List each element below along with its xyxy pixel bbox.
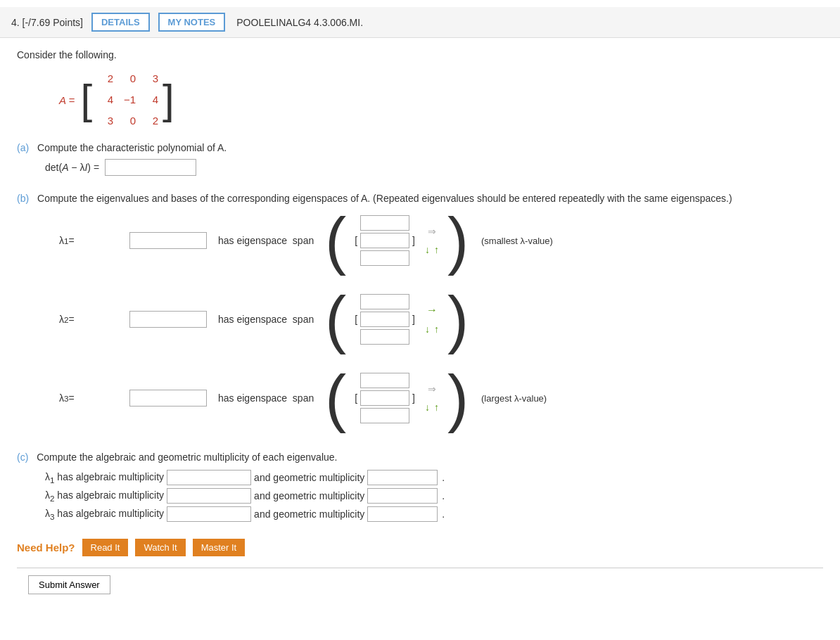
part-a-label: (a) Compute the characteristic polynomia… <box>17 142 227 153</box>
left-paren-1: ( <box>325 219 346 263</box>
vector-matrix-1: [ ] <box>355 215 415 266</box>
right-sq-2: ] <box>412 314 415 325</box>
m11: −1 <box>116 90 139 110</box>
arrow-green-2: → <box>426 304 438 316</box>
arrow-gray-1: ⇒ <box>428 226 436 237</box>
vector-matrix-2: [ ] <box>355 294 415 345</box>
up-arrow-1-icon[interactable]: ↑ <box>434 244 439 255</box>
lambda3-label: λ3 = <box>59 392 122 404</box>
largest-note: (largest λ-value) <box>481 393 547 404</box>
lambda1-alg-mult-input[interactable] <box>167 470 251 485</box>
left-bracket-icon: [ <box>80 79 92 121</box>
part-a-section: (a) Compute the characteristic polynomia… <box>17 142 823 176</box>
vector-inputs-3 <box>360 373 409 423</box>
part-b-header: (b) Compute the eigenvalues and bases of… <box>17 193 823 204</box>
v2-r2-input[interactable] <box>360 312 409 327</box>
lambda3-geom-mult-input[interactable] <box>367 506 438 522</box>
vector-matrix-3: [ ] <box>355 373 415 423</box>
part-b-section: (b) Compute the eigenvalues and bases of… <box>17 193 823 423</box>
right-sq-1: ] <box>412 235 415 246</box>
v2-r3-input[interactable] <box>360 329 409 345</box>
v2-r1-input[interactable] <box>360 294 409 309</box>
m22: 2 <box>139 111 161 131</box>
arrow-col-1: ⇒ ↓ ↑ <box>425 226 439 255</box>
need-help-section: Need Help? Read It Watch It Master It <box>17 539 823 556</box>
m12: 4 <box>139 90 161 110</box>
up-arrow-2-icon[interactable]: ↑ <box>434 324 439 335</box>
mynotes-button[interactable]: MY NOTES <box>158 13 226 32</box>
right-bracket-icon: ] <box>163 79 174 121</box>
period-3: . <box>442 508 445 520</box>
watch-it-button[interactable]: Watch It <box>135 539 185 556</box>
left-sq-2: [ <box>355 314 357 325</box>
lambda3-mult-label: λ3 has algebraic multiplicity <box>45 508 164 521</box>
lambda3-alg-mult-input[interactable] <box>167 506 251 522</box>
has-eigenspace-2: has eigenspace span <box>218 314 314 325</box>
arrow-col-3: ⇒ ↓ ↑ <box>425 383 439 413</box>
master-it-button[interactable]: Master It <box>193 539 246 556</box>
v3-r2-input[interactable] <box>360 390 409 406</box>
period-1: . <box>442 472 445 483</box>
read-it-button[interactable]: Read It <box>82 539 129 556</box>
lambda2-label: λ2 = <box>59 314 122 325</box>
v3-r1-input[interactable] <box>360 373 409 388</box>
content-area: Consider the following. A = [ 2 0 3 4 −1… <box>0 38 840 613</box>
and-geom-2: and geometric multiplicity <box>254 490 364 501</box>
and-geom-3: and geometric multiplicity <box>254 508 364 520</box>
v3-r3-input[interactable] <box>360 408 409 423</box>
right-paren-3: ) <box>447 376 469 421</box>
has-eigenspace-3: has eigenspace span <box>218 392 314 404</box>
lambda1-geom-mult-input[interactable] <box>367 470 438 485</box>
vector-inputs-2 <box>360 294 409 345</box>
smallest-note: (smallest λ-value) <box>481 236 553 246</box>
m02: 3 <box>139 69 161 89</box>
submit-answer-button[interactable]: Submit Answer <box>28 575 110 594</box>
m10: 4 <box>94 90 116 110</box>
lambda2-alg-mult-input[interactable] <box>167 488 251 504</box>
right-sq-3: ] <box>412 392 415 404</box>
down-arrow-1-icon[interactable]: ↓ <box>425 244 430 255</box>
left-paren-2: ( <box>325 297 346 342</box>
submit-bar: Submit Answer <box>17 568 823 601</box>
details-button[interactable]: DETAILS <box>91 13 150 32</box>
matrix-label: A = <box>59 94 75 106</box>
eigenvalue-row-1: λ1 = has eigenspace span ( [ ] ⇒ <box>59 215 823 266</box>
mult-row-1: λ1 has algebraic multiplicity and geomet… <box>45 470 823 485</box>
up-arrow-3-icon[interactable]: ↑ <box>434 402 439 413</box>
lambda2-input[interactable] <box>129 311 207 328</box>
lambda1-input[interactable] <box>129 232 207 249</box>
m01: 0 <box>116 69 139 89</box>
part-b-label: (b) <box>17 193 29 204</box>
problem-code: POOLELINALG4 4.3.006.MI. <box>236 17 363 28</box>
need-help-label: Need Help? <box>17 542 75 553</box>
right-paren-2: ) <box>447 297 469 342</box>
updown-1: ↓ ↑ <box>425 244 439 255</box>
matrix-grid: 2 0 3 4 −1 4 3 0 2 <box>94 69 161 131</box>
down-arrow-2-icon[interactable]: ↓ <box>425 324 430 335</box>
page: 4. [-/7.69 Points] DETAILS MY NOTES POOL… <box>0 0 840 640</box>
m20: 3 <box>94 111 116 131</box>
v1-r1-input[interactable] <box>360 215 409 231</box>
char-poly-row: det(A − λI) = <box>45 159 823 176</box>
m21: 0 <box>116 111 139 131</box>
v1-r3-input[interactable] <box>360 250 409 266</box>
part-c-header: (c) Compute the algebraic and geometric … <box>17 452 823 463</box>
lambda1-mult-label: λ1 has algebraic multiplicity <box>45 471 164 485</box>
left-paren-3: ( <box>325 376 346 421</box>
char-poly-input[interactable] <box>105 159 196 176</box>
arrow-gray-3: ⇒ <box>428 383 436 395</box>
part-c-section: (c) Compute the algebraic and geometric … <box>17 452 823 522</box>
eigenvalue-row-2: λ2 = has eigenspace span ( [ ] → <box>59 294 823 345</box>
lambda2-geom-mult-input[interactable] <box>367 488 438 504</box>
updown-3: ↓ ↑ <box>425 402 439 413</box>
v1-r2-input[interactable] <box>360 233 409 248</box>
eigenvalue-row-3: λ3 = has eigenspace span ( [ ] ⇒ <box>59 373 823 423</box>
mult-row-3: λ3 has algebraic multiplicity and geomet… <box>45 506 823 522</box>
part-a-instruction: Compute the characteristic polynomial of… <box>37 142 227 153</box>
period-2: . <box>442 490 445 501</box>
header-bar: 4. [-/7.69 Points] DETAILS MY NOTES POOL… <box>0 7 840 38</box>
down-arrow-3-icon[interactable]: ↓ <box>425 402 430 413</box>
left-sq-3: [ <box>355 392 357 404</box>
lambda3-input[interactable] <box>129 390 207 407</box>
det-label: det(A − λI) = <box>45 162 99 173</box>
